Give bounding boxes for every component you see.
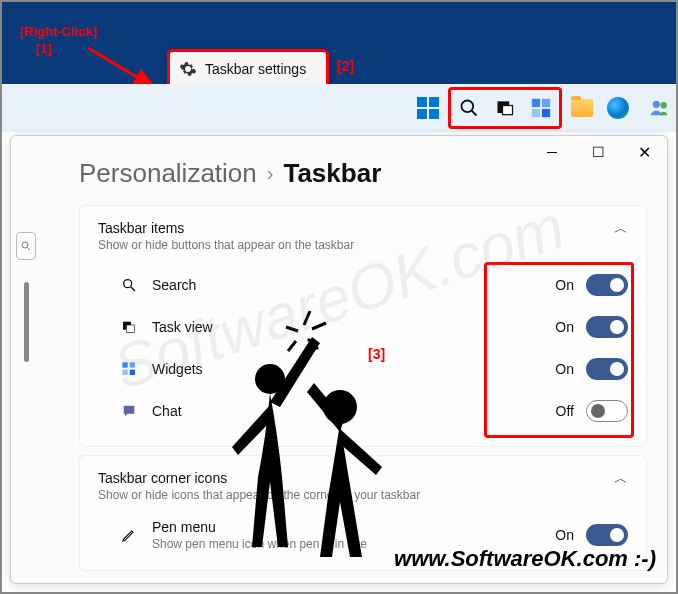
section-title: Taskbar items [98, 220, 354, 236]
widgets-icon [120, 360, 138, 378]
file-explorer-icon[interactable] [566, 91, 598, 125]
svg-rect-7 [532, 109, 540, 117]
annotation-3: [3] [368, 346, 385, 362]
people-icon[interactable] [644, 91, 676, 125]
chevron-up-icon[interactable]: ︿ [614, 220, 628, 238]
item-label: Pen menu [152, 519, 367, 535]
svg-line-2 [472, 111, 477, 116]
svg-rect-6 [542, 99, 550, 107]
svg-rect-8 [542, 109, 550, 117]
item-search: Search On [98, 264, 628, 306]
item-label: Task view [152, 319, 213, 335]
svg-line-14 [131, 287, 135, 291]
toggle-pen-menu[interactable] [586, 524, 628, 546]
toggle-widgets[interactable] [586, 358, 628, 380]
toggle-text: On [555, 319, 574, 335]
window-controls: ─ ☐ ✕ [529, 136, 667, 168]
settings-window: ─ ☐ ✕ Personalization › Taskbar Taskbar … [10, 135, 668, 584]
taskbar [2, 84, 676, 132]
svg-rect-4 [503, 106, 513, 115]
close-button[interactable]: ✕ [621, 136, 667, 168]
item-chat: Chat Off [98, 390, 628, 432]
scrollbar[interactable] [24, 282, 29, 362]
maximize-button[interactable]: ☐ [575, 136, 621, 168]
section-subtitle: Show or hide buttons that appear on the … [98, 238, 354, 252]
svg-point-13 [124, 280, 132, 288]
toggle-search[interactable] [586, 274, 628, 296]
item-label: Widgets [152, 361, 203, 377]
task-view-icon[interactable] [488, 91, 522, 125]
chevron-up-icon[interactable]: ︿ [614, 470, 628, 488]
search-icon[interactable] [452, 91, 486, 125]
svg-point-10 [660, 102, 666, 108]
widgets-icon[interactable] [524, 91, 558, 125]
svg-rect-20 [130, 370, 135, 375]
svg-rect-19 [122, 370, 127, 375]
item-sublabel: Show pen menu icon when pen is in use [152, 537, 367, 551]
breadcrumb-parent[interactable]: Personalization [79, 158, 257, 189]
search-icon [120, 276, 138, 294]
context-menu-label: Taskbar settings [205, 61, 306, 77]
chat-icon [120, 402, 138, 420]
svg-rect-18 [130, 362, 135, 367]
svg-rect-17 [122, 362, 127, 367]
task-view-icon [120, 318, 138, 336]
breadcrumb-current: Taskbar [283, 158, 381, 189]
toggle-chat[interactable] [586, 400, 628, 422]
watermark-footer: www.SoftwareOK.com :-) [394, 546, 656, 572]
annotation-1: [Right-Click] [1] [20, 24, 97, 58]
section-subtitle: Show or hide icons that appear on the co… [98, 488, 420, 502]
svg-rect-5 [532, 99, 540, 107]
svg-rect-16 [126, 325, 134, 332]
item-label: Chat [152, 403, 182, 419]
search-input[interactable] [16, 232, 36, 260]
context-menu-taskbar-settings[interactable]: Taskbar settings [167, 49, 329, 89]
item-task-view: Task view On [98, 306, 628, 348]
item-label: Search [152, 277, 196, 293]
toggle-text: Off [556, 403, 574, 419]
toggle-task-view[interactable] [586, 316, 628, 338]
svg-point-11 [22, 242, 28, 248]
svg-point-9 [653, 101, 660, 108]
left-rail [11, 150, 41, 583]
minimize-button[interactable]: ─ [529, 136, 575, 168]
section-taskbar-items: Taskbar items Show or hide buttons that … [79, 205, 647, 447]
edge-icon[interactable] [602, 91, 634, 125]
toggle-text: On [555, 361, 574, 377]
svg-line-12 [28, 248, 31, 251]
svg-line-0 [88, 48, 152, 86]
toggle-text: On [555, 527, 574, 543]
taskbar-highlighted-group [448, 87, 562, 129]
pen-icon [120, 526, 138, 544]
section-title: Taskbar corner icons [98, 470, 420, 486]
start-button[interactable] [412, 91, 444, 125]
annotation-2: [2] [337, 58, 354, 74]
gear-icon [179, 60, 197, 78]
item-widgets: Widgets On [98, 348, 628, 390]
header-area: [Right-Click] [1] Taskbar settings [2] [2, 2, 676, 84]
toggle-text: On [555, 277, 574, 293]
svg-point-1 [462, 101, 474, 113]
chevron-right-icon: › [267, 162, 274, 185]
